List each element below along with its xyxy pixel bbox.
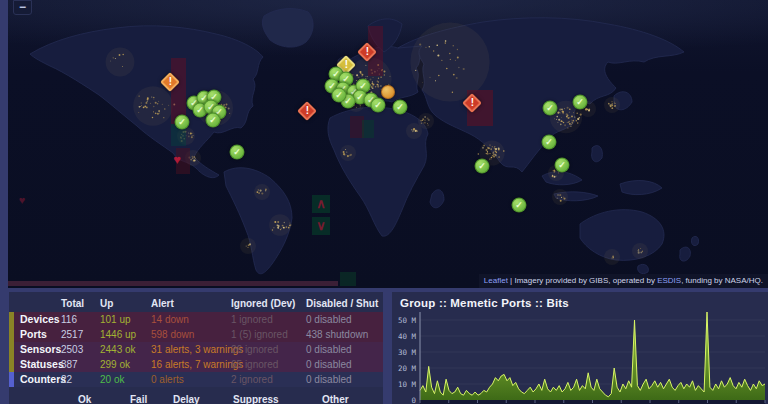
- disabled-value[interactable]: 438 shutdown: [306, 327, 383, 342]
- traffic-graph-panel: Group :: Memetic Ports :: Bits 50 M40 M3…: [392, 292, 768, 404]
- up-value[interactable]: 299 ok: [100, 357, 151, 372]
- table-row: Statuses387299 ok16 alerts, 7 warnings65…: [9, 357, 383, 372]
- column-header: Total: [61, 298, 100, 309]
- status-marker-ok[interactable]: ✓: [230, 145, 245, 160]
- footer-column-header: Other: [322, 394, 349, 404]
- row-label[interactable]: Sensors: [9, 342, 61, 357]
- footer-column-header: Suppress: [233, 394, 279, 404]
- footer-column-header: Fail: [130, 394, 147, 404]
- up-value[interactable]: 20 ok: [100, 372, 151, 387]
- up-value[interactable]: 1446 up: [100, 327, 151, 342]
- row-label[interactable]: Counters: [9, 372, 61, 387]
- total-value[interactable]: 2517: [61, 327, 100, 342]
- status-marker-ok[interactable]: ✓: [542, 135, 557, 150]
- status-marker-ok[interactable]: ✓: [393, 100, 408, 115]
- total-value[interactable]: 22: [61, 372, 100, 387]
- map-imagery: [8, 0, 768, 288]
- up-value[interactable]: 2443 ok: [100, 342, 151, 357]
- row-label[interactable]: Statuses: [9, 357, 61, 372]
- ignored-value[interactable]: 2 ignored: [231, 372, 306, 387]
- disabled-value[interactable]: 0 disabled: [306, 372, 383, 387]
- status-marker-ok[interactable]: ✓: [543, 101, 558, 116]
- alert-value[interactable]: 0 alerts: [151, 372, 231, 387]
- status-marker-ok[interactable]: ✓: [475, 159, 490, 174]
- alert-value[interactable]: 598 down: [151, 327, 231, 342]
- status-summary-panel: TotalUpAlertIgnored (Dev)Disabled / Shut…: [9, 292, 383, 404]
- total-value[interactable]: 116: [61, 312, 100, 327]
- alert-value[interactable]: 16 alerts, 7 warnings: [151, 357, 231, 372]
- svg-text:10 M: 10 M: [398, 380, 417, 389]
- status-marker-ok[interactable]: ✓: [175, 115, 190, 130]
- ignored-value[interactable]: 1 (5) ignored: [231, 327, 306, 342]
- map-attribution: Leaflet | Imagery provided by GIBS, oper…: [479, 274, 768, 288]
- summary-table-header: TotalUpAlertIgnored (Dev)Disabled / Shut: [9, 295, 383, 312]
- column-header: Disabled / Shut: [306, 298, 383, 309]
- total-value[interactable]: 2503: [61, 342, 100, 357]
- svg-text:30 M: 30 M: [398, 348, 417, 357]
- map-zoom-out-button[interactable]: −: [13, 0, 32, 15]
- chart-title: Group :: Memetic Ports :: Bits: [392, 292, 768, 309]
- column-header: Up: [100, 298, 151, 309]
- ignored-value[interactable]: 1 ignored: [231, 312, 306, 327]
- traffic-graph[interactable]: 50 M40 M30 M20 M10 M0: [392, 310, 768, 404]
- table-row: Ports25171446 up598 down1 (5) ignored438…: [9, 327, 383, 342]
- map-artifact: ∧: [312, 195, 330, 213]
- status-marker-ok[interactable]: ✓: [573, 95, 588, 110]
- disabled-value[interactable]: 0 disabled: [306, 357, 383, 372]
- map-artifact: [362, 120, 374, 138]
- map-artifact: [8, 281, 338, 286]
- map-artifact: ∨: [312, 217, 330, 235]
- ignored-value[interactable]: 26 ignored: [231, 342, 306, 357]
- summary-table-footer: OkFailDelaySuppressOther: [9, 391, 383, 404]
- disabled-value[interactable]: 0 disabled: [306, 312, 383, 327]
- attribution-text-end: , funding by NASA/HQ.: [681, 276, 763, 285]
- table-row: Devices116101 up14 down1 ignored0 disabl…: [9, 312, 383, 327]
- footer-column-header: Ok: [78, 394, 91, 404]
- disabled-value[interactable]: 0 disabled: [306, 342, 383, 357]
- esdis-link[interactable]: ESDIS: [657, 276, 681, 285]
- up-value[interactable]: 101 up: [100, 312, 151, 327]
- status-marker-ok[interactable]: ✓: [332, 88, 347, 103]
- total-value[interactable]: 387: [61, 357, 100, 372]
- map-artifact: ♥: [168, 151, 186, 169]
- status-marker-ok[interactable]: ✓: [555, 158, 570, 173]
- leaflet-link[interactable]: Leaflet: [484, 276, 508, 285]
- dashboard: ♥∧∨♥ !!!!!✓✓✓✓✓✓✓✓✓✓✓✓✓✓✓✓✓✓✓✓✓✓✓✓✓✓✓ − …: [0, 0, 768, 404]
- row-label[interactable]: Ports: [9, 327, 61, 342]
- row-label[interactable]: Devices: [9, 312, 61, 327]
- status-marker-attention[interactable]: [381, 85, 395, 99]
- footer-column-header: Delay: [173, 394, 200, 404]
- map-artifact: [340, 272, 356, 286]
- status-marker-ok[interactable]: ✓: [512, 198, 527, 213]
- column-header: Ignored (Dev): [231, 298, 306, 309]
- svg-text:20 M: 20 M: [398, 364, 417, 373]
- status-marker-ok[interactable]: ✓: [371, 98, 386, 113]
- column-header: Alert: [151, 298, 231, 309]
- alert-value[interactable]: 31 alerts, 3 warnings: [151, 342, 231, 357]
- world-map[interactable]: ♥∧∨♥ !!!!!✓✓✓✓✓✓✓✓✓✓✓✓✓✓✓✓✓✓✓✓✓✓✓✓✓✓✓ − …: [8, 0, 768, 288]
- attribution-text: | Imagery provided by GIBS, operated by: [508, 276, 657, 285]
- alert-value[interactable]: 14 down: [151, 312, 231, 327]
- svg-text:0: 0: [411, 396, 416, 404]
- svg-text:40 M: 40 M: [398, 332, 417, 341]
- ignored-value[interactable]: 65 ignored: [231, 357, 306, 372]
- svg-text:50 M: 50 M: [398, 316, 417, 325]
- map-artifact: ♥: [13, 191, 31, 209]
- table-row: Counters2220 ok0 alerts2 ignored0 disabl…: [9, 372, 383, 387]
- table-row: Sensors25032443 ok31 alerts, 3 warnings2…: [9, 342, 383, 357]
- status-marker-ok[interactable]: ✓: [206, 113, 221, 128]
